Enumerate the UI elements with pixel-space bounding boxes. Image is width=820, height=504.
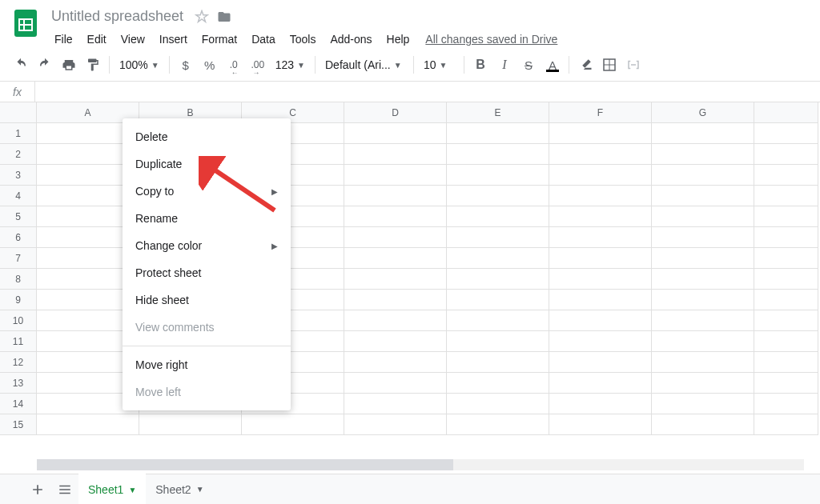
menu-format[interactable]: Format xyxy=(195,30,243,49)
cell[interactable] xyxy=(652,165,754,186)
cell[interactable] xyxy=(549,394,652,414)
cell[interactable] xyxy=(344,394,447,414)
cell[interactable] xyxy=(344,227,447,248)
row-header[interactable]: 2 xyxy=(0,144,37,165)
cell[interactable] xyxy=(447,290,549,310)
cell[interactable] xyxy=(549,206,652,227)
cell[interactable] xyxy=(754,290,818,310)
cell[interactable] xyxy=(754,352,818,373)
cell[interactable] xyxy=(549,310,652,331)
cell[interactable] xyxy=(754,123,818,144)
cell[interactable] xyxy=(447,123,549,144)
chevron-down-icon[interactable]: ▼ xyxy=(128,486,136,494)
cell[interactable] xyxy=(549,165,652,186)
cell[interactable] xyxy=(549,373,652,394)
row-header[interactable]: 14 xyxy=(0,394,37,414)
folder-icon[interactable] xyxy=(217,10,231,24)
font-select[interactable]: Default (Ari...▼ xyxy=(320,54,408,76)
row-header[interactable]: 10 xyxy=(0,310,37,331)
cell[interactable] xyxy=(652,248,754,269)
cell[interactable] xyxy=(549,186,652,206)
strikethrough-button[interactable]: S xyxy=(517,54,540,76)
document-title[interactable]: Untitled spreadsheet xyxy=(48,6,187,26)
cell[interactable] xyxy=(652,227,754,248)
horizontal-scrollbar[interactable] xyxy=(37,459,804,470)
bold-button[interactable]: B xyxy=(469,54,492,76)
cell[interactable] xyxy=(549,123,652,144)
cell[interactable] xyxy=(652,394,754,414)
cell[interactable] xyxy=(549,248,652,269)
cell[interactable] xyxy=(652,206,754,227)
cell[interactable] xyxy=(549,352,652,373)
menu-edit[interactable]: Edit xyxy=(81,30,113,49)
select-all-corner[interactable] xyxy=(0,102,37,123)
col-header[interactable] xyxy=(754,102,818,123)
all-sheets-button[interactable] xyxy=(51,476,78,503)
cell[interactable] xyxy=(344,269,447,290)
cell[interactable] xyxy=(447,352,549,373)
cell[interactable] xyxy=(754,331,818,352)
row-header[interactable]: 6 xyxy=(0,227,37,248)
cell[interactable] xyxy=(652,186,754,206)
cell[interactable] xyxy=(754,248,818,269)
cell[interactable] xyxy=(652,144,754,165)
cell[interactable] xyxy=(447,269,549,290)
row-header[interactable]: 11 xyxy=(0,331,37,352)
cell[interactable] xyxy=(754,269,818,290)
ctx-move-right[interactable]: Move right xyxy=(123,351,291,378)
cell[interactable] xyxy=(344,123,447,144)
cell[interactable] xyxy=(37,414,139,435)
cell[interactable] xyxy=(344,206,447,227)
cell[interactable] xyxy=(549,290,652,310)
cell[interactable] xyxy=(754,206,818,227)
cell[interactable] xyxy=(754,165,818,186)
cell[interactable] xyxy=(447,248,549,269)
cell[interactable] xyxy=(447,165,549,186)
cell[interactable] xyxy=(549,414,652,435)
cell[interactable] xyxy=(652,290,754,310)
col-header[interactable]: E xyxy=(447,102,549,123)
ctx-hide-sheet[interactable]: Hide sheet xyxy=(123,286,291,314)
star-icon[interactable] xyxy=(195,10,209,24)
col-header[interactable]: F xyxy=(549,102,652,123)
cell[interactable] xyxy=(652,310,754,331)
col-header[interactable]: D xyxy=(344,102,447,123)
text-color-button[interactable]: A xyxy=(541,54,564,76)
cell[interactable] xyxy=(447,310,549,331)
cell[interactable] xyxy=(344,165,447,186)
row-header[interactable]: 9 xyxy=(0,290,37,310)
cell[interactable] xyxy=(652,373,754,394)
cell[interactable] xyxy=(652,269,754,290)
sheet-tab-2[interactable]: Sheet2 ▼ xyxy=(146,474,213,505)
cell[interactable] xyxy=(652,123,754,144)
save-status[interactable]: All changes saved in Drive xyxy=(425,30,557,49)
ctx-change-color[interactable]: Change color▶ xyxy=(123,232,291,259)
merge-cells-button[interactable] xyxy=(622,54,645,76)
menu-help[interactable]: Help xyxy=(380,30,416,49)
cell[interactable] xyxy=(344,248,447,269)
increase-decimal-button[interactable]: .00→ xyxy=(247,54,269,76)
cell[interactable] xyxy=(754,186,818,206)
print-button[interactable] xyxy=(58,54,80,76)
cell[interactable] xyxy=(447,373,549,394)
cell[interactable] xyxy=(344,310,447,331)
add-sheet-button[interactable] xyxy=(24,476,51,503)
cell[interactable] xyxy=(754,227,818,248)
menu-data[interactable]: Data xyxy=(245,30,282,49)
menu-view[interactable]: View xyxy=(115,30,151,49)
cell[interactable] xyxy=(447,186,549,206)
paint-format-button[interactable] xyxy=(82,54,104,76)
cell[interactable] xyxy=(754,144,818,165)
cell[interactable] xyxy=(754,373,818,394)
cell[interactable] xyxy=(344,352,447,373)
borders-button[interactable] xyxy=(598,54,621,76)
cell[interactable] xyxy=(754,414,818,435)
row-header[interactable]: 7 xyxy=(0,248,37,269)
zoom-select[interactable]: 100%▼ xyxy=(115,54,164,76)
cell[interactable] xyxy=(754,394,818,414)
more-formats-select[interactable]: 123▼ xyxy=(271,54,310,76)
ctx-rename[interactable]: Rename xyxy=(123,205,291,232)
menu-tools[interactable]: Tools xyxy=(283,30,323,49)
font-size-select[interactable]: 10▼ xyxy=(419,54,459,76)
redo-button[interactable] xyxy=(34,54,56,76)
